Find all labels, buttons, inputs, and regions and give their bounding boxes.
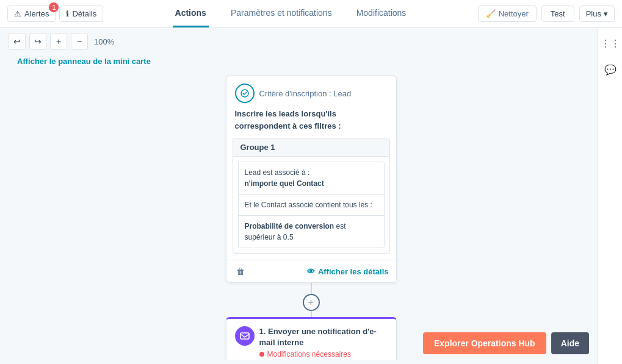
group-header: Groupe 1 <box>233 138 389 157</box>
nav-right-group: 🧹 Nettoyer Test Plus ▾ <box>478 5 615 22</box>
chevron-down-icon: ▾ <box>604 9 608 18</box>
zoom-level: 100% <box>94 37 114 46</box>
delete-enrollment-button[interactable]: 🗑 <box>234 265 247 277</box>
minus-icon: − <box>77 37 82 46</box>
action-card-1: 1. Envoyer une notification d'e-mail int… <box>226 317 397 360</box>
grid-icon: ⋮⋮ <box>601 38 620 49</box>
connector-line-bottom <box>311 311 312 317</box>
add-step-button-1[interactable]: + <box>303 294 320 311</box>
test-button[interactable]: Test <box>541 5 574 22</box>
comment-sidebar-button[interactable]: 💬 <box>602 62 619 78</box>
nav-left-group: ⚠ Alertes 1 ℹ Détails <box>7 5 103 22</box>
grid-sidebar-button[interactable]: ⋮⋮ <box>598 35 623 52</box>
canvas-toolbar: ↩ ↪ + − 100% <box>0 28 622 55</box>
top-navigation: ⚠ Alertes 1 ℹ Détails Actions Paramètres… <box>0 0 622 28</box>
alerts-button[interactable]: ⚠ Alertes 1 <box>7 5 56 22</box>
enrollment-criteria-card: Critère d'inscription : Lead Inscrire le… <box>226 76 397 283</box>
connector-1: + <box>303 283 320 317</box>
workflow-canvas: Critère d'inscription : Lead Inscrire le… <box>0 70 622 360</box>
enrollment-body: Inscrire les leads lorsqu'ils correspond… <box>226 108 396 138</box>
action-title: 1. Envoyer une notification d'e-mail int… <box>259 326 388 348</box>
minimap-link[interactable]: Afficher le panneau de la mini carte <box>9 54 159 68</box>
action-title-group: 1. Envoyer une notification d'e-mail int… <box>259 326 388 359</box>
enrollment-card-footer: 🗑 👁 Afficher les détails <box>226 260 396 282</box>
main-tabs: Actions Paramètres et notifications Modi… <box>103 0 478 27</box>
broom-icon: 🧹 <box>486 9 496 18</box>
right-sidebar: ⋮⋮ 💬 <box>598 28 622 364</box>
undo-button[interactable]: ↩ <box>9 33 26 50</box>
group-row-3: Probabilité de conversion est supérieur … <box>239 216 384 248</box>
plus-button[interactable]: Plus ▾ <box>579 5 615 22</box>
redo-icon: ↪ <box>34 37 42 46</box>
nettoyer-button[interactable]: 🧹 Nettoyer <box>478 5 537 22</box>
show-enrollment-details-link[interactable]: 👁 Afficher les détails <box>307 267 389 276</box>
bottom-action-bar: Explorer Operations Hub Aide <box>423 332 589 354</box>
workflow-items: Critère d'inscription : Lead Inscrire le… <box>226 70 397 360</box>
group-row-1: Lead est associé à : n'importe quel Cont… <box>239 162 384 194</box>
add-button[interactable]: + <box>50 33 67 50</box>
action-card-header: 1. Envoyer une notification d'e-mail int… <box>226 319 396 360</box>
minimap-section: Afficher le panneau de la mini carte <box>0 55 622 70</box>
group-box: Groupe 1 Lead est associé à : n'importe … <box>233 138 390 254</box>
group-row-2: Et le Contact associé contient tous les … <box>239 194 384 216</box>
aide-button[interactable]: Aide <box>551 332 589 354</box>
zoom-out-button[interactable]: − <box>71 33 88 50</box>
tab-parametres[interactable]: Paramètres et notifications <box>228 0 335 27</box>
details-label: Détails <box>72 9 96 18</box>
explorer-operations-button[interactable]: Explorer Operations Hub <box>423 332 546 354</box>
group-inner: Lead est associé à : n'importe quel Cont… <box>238 162 385 248</box>
alert-icon: ⚠ <box>14 9 21 18</box>
comment-icon: 💬 <box>604 64 617 76</box>
svg-rect-1 <box>240 333 249 339</box>
undo-icon: ↩ <box>13 37 21 46</box>
details-button[interactable]: ℹ Détails <box>59 5 103 22</box>
alerts-label: Alertes <box>24 9 49 18</box>
enrollment-card-header: Critère d'inscription : Lead <box>226 76 396 108</box>
tab-modifications[interactable]: Modifications <box>354 0 409 27</box>
trash-icon: 🗑 <box>236 266 245 276</box>
connector-line-top <box>311 283 312 294</box>
info-icon: ℹ <box>66 9 69 18</box>
eye-icon: 👁 <box>307 267 315 276</box>
tab-actions[interactable]: Actions <box>173 0 209 27</box>
redo-button[interactable]: ↪ <box>29 33 46 50</box>
plus-icon: + <box>56 37 61 46</box>
email-action-icon <box>235 326 255 346</box>
enrollment-title: Critère d'inscription : Lead <box>259 89 352 98</box>
status-dot <box>259 352 264 357</box>
enrollment-icon <box>235 84 255 103</box>
action-status: Modifications nécessaires <box>259 350 388 359</box>
alerts-badge: 1 <box>49 2 59 12</box>
